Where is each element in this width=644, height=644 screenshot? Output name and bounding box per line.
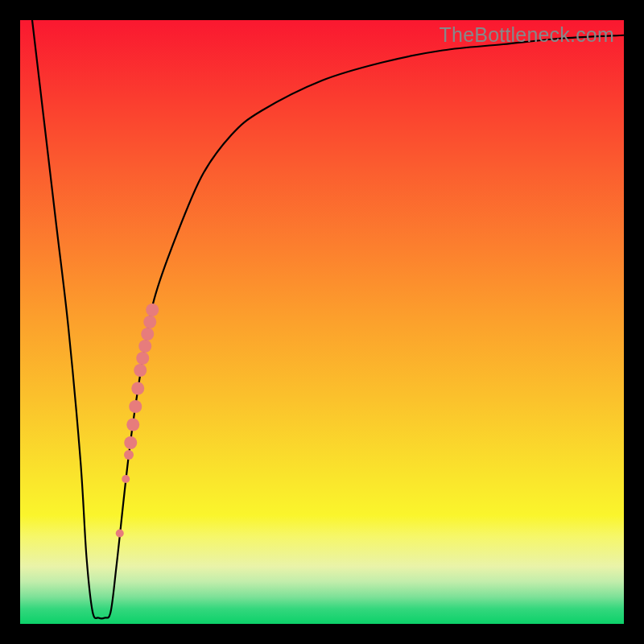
highlight-dot [122, 475, 130, 483]
highlight-dot [138, 340, 151, 353]
highlight-dots [116, 303, 159, 538]
bottleneck-curve [32, 20, 624, 618]
highlight-dot [126, 419, 139, 431]
chart-layer [20, 20, 624, 624]
highlight-dot [116, 530, 124, 538]
chart-frame: TheBottleneck.com [0, 0, 644, 644]
highlight-dot [146, 303, 159, 316]
highlight-dot [131, 382, 144, 395]
highlight-dot [143, 316, 156, 328]
highlight-dot [136, 352, 149, 365]
plot-area: TheBottleneck.com [20, 20, 624, 624]
highlight-dot [124, 450, 134, 460]
highlight-dot [141, 328, 154, 341]
highlight-dot [134, 364, 147, 377]
highlight-dot [129, 400, 142, 413]
highlight-dot [124, 436, 137, 449]
watermark-text: TheBottleneck.com [440, 23, 614, 47]
